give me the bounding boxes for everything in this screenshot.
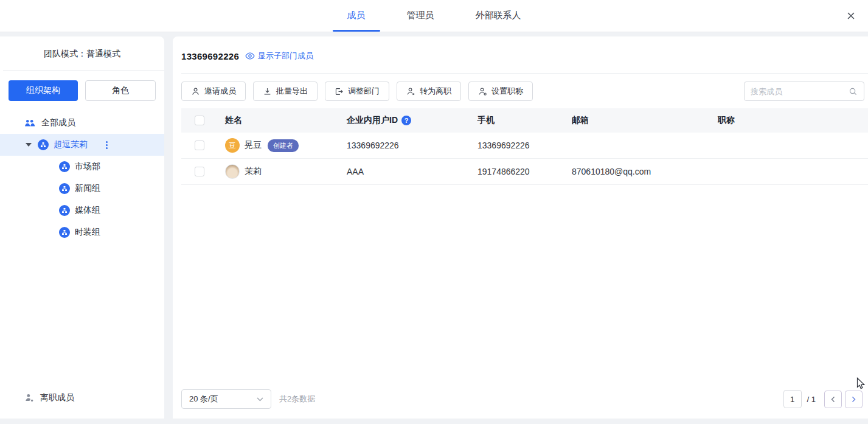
- pagination-bar: 20 条/页 共2条数据 1 / 1: [173, 389, 868, 419]
- tree-item-root-department[interactable]: 超逗茉莉: [0, 134, 164, 156]
- set-resigned-icon: [406, 87, 415, 96]
- tree-item-dept-2[interactable]: 媒体组: [0, 200, 164, 221]
- member-name: 茉莉: [245, 166, 262, 177]
- adjust-department-icon: [335, 87, 344, 96]
- next-page-icon: [853, 397, 855, 401]
- member-phone: 19174866220: [477, 167, 572, 176]
- tree-item-dept-0[interactable]: 市场部: [0, 156, 164, 178]
- caret-down-icon[interactable]: [26, 143, 32, 147]
- sidebar-toggle-group: 组织架构 角色: [0, 71, 164, 107]
- role-button[interactable]: 角色: [85, 80, 156, 101]
- button-label: 设置职称: [491, 86, 523, 97]
- avatar-photo: [225, 164, 240, 179]
- button-label: 邀请成员: [204, 86, 236, 97]
- members-table: 姓名 企业内用户ID ? 手机 邮箱 职称 豆 晃豆 创建者 133696922…: [181, 108, 868, 185]
- page-body: 团队模式：普通模式 组织架构 角色 全部成员 超逗茉莉: [0, 32, 868, 424]
- tab-admins-label: 管理员: [407, 10, 434, 20]
- column-header-email: 邮箱: [572, 115, 718, 126]
- member-name-cell: 茉莉: [225, 164, 347, 179]
- help-icon[interactable]: ?: [401, 116, 411, 125]
- chevron-down-icon: [257, 397, 263, 401]
- member-name-cell: 豆 晃豆 创建者: [225, 138, 347, 153]
- tab-external-contacts[interactable]: 外部联系人: [455, 0, 542, 32]
- sidebar-item-resigned-members[interactable]: 离职成员: [0, 392, 164, 419]
- column-header-label: 企业内用户ID: [347, 115, 398, 126]
- invite-member-button[interactable]: 邀请成员: [181, 82, 246, 101]
- team-mode-label: 团队模式：普通模式: [0, 36, 164, 70]
- page-size-select[interactable]: 20 条/页: [181, 389, 271, 409]
- close-icon[interactable]: [844, 9, 858, 23]
- department-tree: 全部成员 超逗茉莉 市场部 新闻组 媒体组: [0, 107, 164, 243]
- adjust-department-button[interactable]: 调整部门: [325, 82, 389, 101]
- toolbar: 邀请成员 批量导出 调整部门 转为离职 设置职称: [173, 74, 868, 108]
- members-panel: 13369692226 显示子部门成员 邀请成员 批量导出 调整部门: [173, 36, 868, 419]
- tree-item-label: 时装组: [75, 227, 100, 238]
- search-input[interactable]: [751, 87, 849, 96]
- tree-item-label: 超逗茉莉: [54, 139, 88, 150]
- tab-admins[interactable]: 管理员: [386, 0, 455, 32]
- tree-item-label: 全部成员: [41, 117, 75, 128]
- invite-member-icon: [191, 87, 200, 96]
- column-header-user-id: 企业内用户ID ?: [347, 115, 477, 126]
- department-icon: [38, 139, 49, 150]
- prev-page-icon: [832, 397, 835, 401]
- current-page-box[interactable]: 1: [783, 390, 802, 408]
- member-user-id: 13369692226: [347, 141, 477, 150]
- avatar: 豆: [225, 138, 240, 153]
- people-icon: [24, 119, 35, 128]
- department-icon: [59, 183, 70, 194]
- table-header-row: 姓名 企业内用户ID ? 手机 邮箱 职称: [181, 108, 868, 133]
- resigned-member-icon: [24, 393, 34, 403]
- select-all-checkbox[interactable]: [195, 116, 204, 125]
- table-row[interactable]: 豆 晃豆 创建者 13369692226 13369692226: [181, 133, 868, 159]
- table-row[interactable]: 茉莉 AAA 19174866220 870610180@qq.com: [181, 159, 868, 185]
- tab-group: 成员 管理员 外部联系人: [327, 0, 542, 32]
- member-user-id: AAA: [347, 167, 477, 176]
- show-sub-department-label: 显示子部门成员: [258, 50, 313, 61]
- page-size-value: 20 条/页: [189, 394, 218, 405]
- member-email: 870610180@qq.com: [572, 167, 718, 176]
- show-sub-department-link[interactable]: 显示子部门成员: [245, 50, 313, 61]
- panel-header: 13369692226 显示子部门成员: [173, 36, 868, 73]
- member-phone: 13369692226: [477, 141, 572, 150]
- set-resigned-button[interactable]: 转为离职: [397, 82, 461, 101]
- table-empty-space: [173, 185, 868, 389]
- tree-item-label: 媒体组: [75, 205, 100, 216]
- tab-external-contacts-label: 外部联系人: [476, 10, 521, 20]
- member-search: [744, 82, 864, 101]
- sidebar: 团队模式：普通模式 组织架构 角色 全部成员 超逗茉莉: [0, 36, 164, 419]
- row-checkbox[interactable]: [195, 167, 204, 176]
- tab-members[interactable]: 成员: [327, 0, 386, 32]
- tab-members-label: 成员: [347, 10, 366, 20]
- total-pages-label: / 1: [807, 395, 816, 404]
- department-title: 13369692226: [181, 51, 239, 61]
- member-name: 晃豆: [245, 140, 262, 151]
- more-options-icon[interactable]: [103, 139, 110, 151]
- next-page-button[interactable]: [845, 391, 863, 408]
- column-header-phone: 手机: [477, 115, 572, 126]
- total-count-label: 共2条数据: [279, 394, 315, 405]
- department-icon: [59, 161, 70, 172]
- tree-item-all-members[interactable]: 全部成员: [0, 112, 164, 134]
- row-checkbox[interactable]: [195, 141, 204, 150]
- top-tab-bar: 成员 管理员 外部联系人: [0, 0, 868, 32]
- column-header-name: 姓名: [225, 115, 347, 126]
- tree-item-dept-1[interactable]: 新闻组: [0, 178, 164, 200]
- search-icon[interactable]: [849, 87, 858, 96]
- button-label: 转为离职: [420, 86, 451, 97]
- department-icon: [59, 205, 70, 216]
- set-job-title-button[interactable]: 设置职称: [468, 82, 533, 101]
- column-header-job-title: 职称: [718, 115, 868, 126]
- prev-page-button[interactable]: [824, 391, 842, 408]
- eye-icon: [245, 52, 255, 60]
- org-structure-button[interactable]: 组织架构: [9, 80, 78, 101]
- tree-item-dept-3[interactable]: 时装组: [0, 221, 164, 243]
- tree-item-label: 市场部: [75, 161, 100, 172]
- creator-badge: 创建者: [268, 139, 299, 152]
- pager: 1 / 1: [783, 390, 863, 408]
- tree-item-label: 新闻组: [75, 183, 100, 194]
- button-label: 批量导出: [276, 86, 308, 97]
- batch-export-button[interactable]: 批量导出: [253, 82, 318, 101]
- department-icon: [59, 227, 70, 238]
- batch-export-icon: [263, 87, 272, 96]
